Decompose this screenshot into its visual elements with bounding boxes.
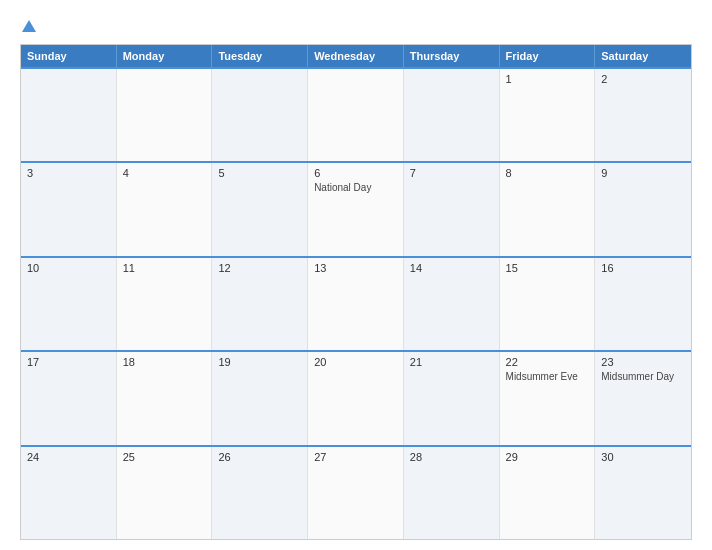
day-number: 24 — [27, 451, 110, 463]
week-row-3: 10111213141516 — [21, 256, 691, 350]
day-number: 8 — [506, 167, 589, 179]
cal-cell: 22Midsummer Eve — [500, 352, 596, 444]
logo-text — [20, 18, 36, 34]
cal-cell: 3 — [21, 163, 117, 255]
cal-cell: 27 — [308, 447, 404, 539]
day-number: 21 — [410, 356, 493, 368]
cal-cell: 19 — [212, 352, 308, 444]
day-header-tuesday: Tuesday — [212, 45, 308, 67]
cal-cell — [212, 69, 308, 161]
day-number: 22 — [506, 356, 589, 368]
day-header-sunday: Sunday — [21, 45, 117, 67]
day-number: 14 — [410, 262, 493, 274]
day-number: 15 — [506, 262, 589, 274]
week-row-2: 3456National Day789 — [21, 161, 691, 255]
cal-cell: 26 — [212, 447, 308, 539]
cal-cell: 9 — [595, 163, 691, 255]
cal-cell — [308, 69, 404, 161]
day-number: 12 — [218, 262, 301, 274]
logo-triangle-icon — [22, 20, 36, 32]
cal-cell: 15 — [500, 258, 596, 350]
cal-cell: 11 — [117, 258, 213, 350]
cal-cell: 18 — [117, 352, 213, 444]
day-number: 19 — [218, 356, 301, 368]
cal-cell: 17 — [21, 352, 117, 444]
calendar-header-row: SundayMondayTuesdayWednesdayThursdayFrid… — [21, 45, 691, 67]
cal-cell — [404, 69, 500, 161]
cal-cell: 20 — [308, 352, 404, 444]
cal-cell: 2 — [595, 69, 691, 161]
day-number: 2 — [601, 73, 685, 85]
day-number: 5 — [218, 167, 301, 179]
cal-cell: 13 — [308, 258, 404, 350]
logo — [20, 18, 36, 34]
day-number: 30 — [601, 451, 685, 463]
day-number: 7 — [410, 167, 493, 179]
calendar-body: 123456National Day7891011121314151617181… — [21, 67, 691, 539]
header — [20, 18, 692, 34]
week-row-4: 171819202122Midsummer Eve23Midsummer Day — [21, 350, 691, 444]
day-number: 9 — [601, 167, 685, 179]
day-number: 23 — [601, 356, 685, 368]
cal-cell: 28 — [404, 447, 500, 539]
week-row-1: 12 — [21, 67, 691, 161]
day-header-friday: Friday — [500, 45, 596, 67]
cal-cell: 7 — [404, 163, 500, 255]
cal-cell: 8 — [500, 163, 596, 255]
day-number: 27 — [314, 451, 397, 463]
cal-cell: 16 — [595, 258, 691, 350]
day-number: 25 — [123, 451, 206, 463]
cal-cell: 24 — [21, 447, 117, 539]
day-number: 10 — [27, 262, 110, 274]
cal-cell: 30 — [595, 447, 691, 539]
cal-cell: 21 — [404, 352, 500, 444]
cal-cell: 6National Day — [308, 163, 404, 255]
day-header-monday: Monday — [117, 45, 213, 67]
day-number: 3 — [27, 167, 110, 179]
cal-cell: 12 — [212, 258, 308, 350]
calendar-grid: SundayMondayTuesdayWednesdayThursdayFrid… — [20, 44, 692, 540]
day-number: 16 — [601, 262, 685, 274]
day-number: 28 — [410, 451, 493, 463]
day-event: Midsummer Eve — [506, 370, 589, 383]
day-number: 20 — [314, 356, 397, 368]
week-row-5: 24252627282930 — [21, 445, 691, 539]
cal-cell: 14 — [404, 258, 500, 350]
cal-cell: 23Midsummer Day — [595, 352, 691, 444]
cal-cell: 4 — [117, 163, 213, 255]
day-number: 26 — [218, 451, 301, 463]
cal-cell — [117, 69, 213, 161]
day-number: 11 — [123, 262, 206, 274]
cal-cell — [21, 69, 117, 161]
day-number: 1 — [506, 73, 589, 85]
calendar-page: SundayMondayTuesdayWednesdayThursdayFrid… — [0, 0, 712, 550]
cal-cell: 10 — [21, 258, 117, 350]
day-header-wednesday: Wednesday — [308, 45, 404, 67]
cal-cell: 5 — [212, 163, 308, 255]
day-event: Midsummer Day — [601, 370, 685, 383]
day-event: National Day — [314, 181, 397, 194]
day-number: 17 — [27, 356, 110, 368]
day-number: 29 — [506, 451, 589, 463]
cal-cell: 25 — [117, 447, 213, 539]
day-number: 6 — [314, 167, 397, 179]
day-number: 18 — [123, 356, 206, 368]
cal-cell: 1 — [500, 69, 596, 161]
day-header-saturday: Saturday — [595, 45, 691, 67]
cal-cell: 29 — [500, 447, 596, 539]
day-number: 4 — [123, 167, 206, 179]
day-header-thursday: Thursday — [404, 45, 500, 67]
day-number: 13 — [314, 262, 397, 274]
